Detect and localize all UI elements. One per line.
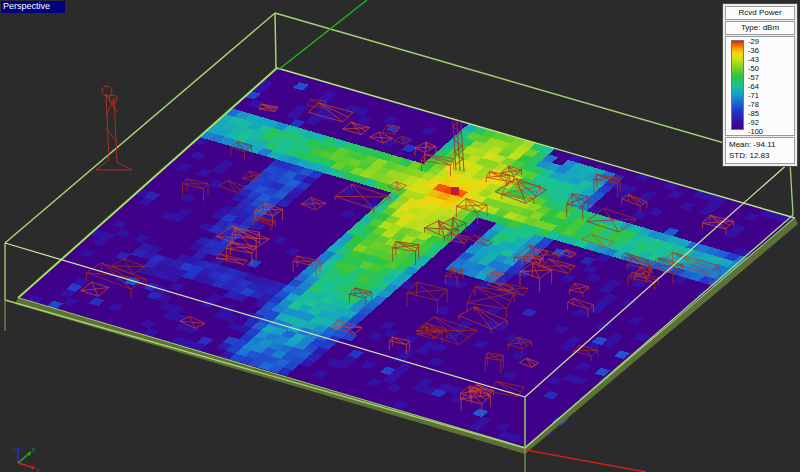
std-value: STD: 12.83 xyxy=(729,150,791,161)
legend-tick: -92 xyxy=(748,118,763,127)
orientation-axes: x y z xyxy=(5,444,45,472)
legend-stats: Mean: -94.11 STD: 12.83 xyxy=(725,137,795,164)
svg-text:y: y xyxy=(32,446,35,452)
legend-tick: -43 xyxy=(748,55,763,64)
legend-tick: -71 xyxy=(748,91,763,100)
legend-tick: -50 xyxy=(748,64,763,73)
scene-canvas xyxy=(0,0,800,472)
svg-text:z: z xyxy=(12,447,15,453)
view-mode-label[interactable]: Perspective xyxy=(1,1,65,13)
colorbar xyxy=(731,40,744,130)
legend-tick: -78 xyxy=(748,100,763,109)
legend-tick: -64 xyxy=(748,82,763,91)
legend-panel[interactable]: Rcvd Power Type: dBm -29-36-43-50-57-64-… xyxy=(722,3,798,167)
legend-tick: -36 xyxy=(748,46,763,55)
legend-tick: -85 xyxy=(748,109,763,118)
legend-tick: -57 xyxy=(748,73,763,82)
legend-title: Rcvd Power xyxy=(725,6,795,20)
colorbar-ticks: -29-36-43-50-57-64-71-78-85-92-100 xyxy=(748,37,763,131)
legend-colorbar-section: -29-36-43-50-57-64-71-78-85-92-100 xyxy=(725,36,795,136)
legend-tick: -29 xyxy=(748,37,763,46)
mean-value: Mean: -94.11 xyxy=(729,139,791,150)
legend-type-label: Type: dBm xyxy=(725,21,795,35)
svg-text:x: x xyxy=(36,467,39,472)
tx-marker xyxy=(451,187,459,195)
viewport-3d[interactable]: Perspective Rcvd Power Type: dBm -29-36-… xyxy=(0,0,800,472)
crane-structure xyxy=(96,94,132,170)
legend-tick: -100 xyxy=(748,127,763,136)
coverage-heatmap xyxy=(18,68,795,448)
